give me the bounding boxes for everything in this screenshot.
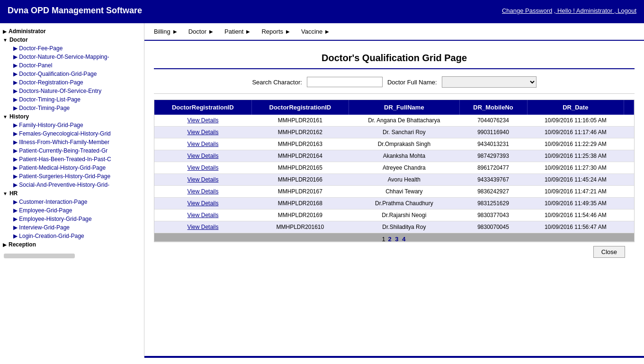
empty-cell — [624, 198, 634, 209]
fullname-cell: Dr.Omprakash Singh — [349, 138, 459, 150]
sidebar-doctor-children: ▶ Doctor-Fee-Page ▶ Doctor-Nature-Of-Ser… — [0, 44, 144, 112]
date-cell: 10/09/2016 11:56:47 AM — [527, 221, 624, 233]
fullname-cell: Dr. Angana De Bhattacharya — [349, 115, 459, 127]
sidebar-item-doctor-nature[interactable]: ▶ Doctor-Nature-Of-Service-Mapping- — [9, 53, 144, 61]
fullname-cell: Dr.Shiladitya Roy — [349, 221, 459, 233]
sidebar-section-doctor[interactable]: ▼ Doctor — [0, 36, 144, 44]
vaccine-arrow: ▶ — [325, 29, 329, 34]
page-title: Doctor's Qualification Grid Page — [154, 46, 635, 69]
empty-cell — [624, 162, 634, 174]
fullname-cell: Dr.Prathma Chaudhury — [349, 198, 459, 209]
sidebar-section-administrator[interactable]: ▶ Administrator — [0, 27, 144, 36]
sidebar-section-reception[interactable]: ▶ Reception — [0, 240, 144, 249]
nav-billing[interactable]: Billing ▶ — [149, 26, 182, 37]
view-details-cell[interactable]: View Details — [154, 115, 251, 127]
sidebar-item-illness-family[interactable]: ▶ Illness-From-Which-Family-Member — [9, 138, 144, 146]
bottom-divider — [144, 356, 644, 358]
col-fullname: DR_FullName — [349, 100, 459, 115]
view-details-cell[interactable]: View Details — [154, 198, 251, 209]
date-cell: 10/09/2016 11:25:38 AM — [527, 150, 624, 162]
doctor-fullname-label: Doctor Full Name: — [387, 79, 437, 86]
sidebar-section-hr[interactable]: ▼ HR — [0, 189, 144, 198]
sidebar-item-patient-surgeries[interactable]: ▶ Patient-Surgeries-History-Grid-Page — [9, 172, 144, 181]
sidebar-item-interview-grid[interactable]: ▶ Interview-Grid-Page — [9, 223, 144, 232]
nav-patient[interactable]: Patient ▶ — [220, 26, 255, 37]
sidebar-item-patient-currently[interactable]: ▶ Patient-Currently-Being-Treated-Gr — [9, 146, 144, 155]
search-charactor-input[interactable] — [307, 77, 383, 87]
fullname-cell: Dr. Sanchari Roy — [349, 127, 459, 138]
sidebar-item-doctor-fee[interactable]: ▶ Doctor-Fee-Page — [9, 44, 144, 53]
search-bar: Search Charactor: Doctor Full Name: — [154, 76, 635, 94]
mobile-cell: 9830070045 — [459, 221, 527, 233]
view-details-link[interactable]: View Details — [188, 188, 219, 195]
table-row: View Details MMHPLDR20165 Atreyee Chandr… — [154, 162, 634, 174]
reports-label: Reports — [261, 28, 283, 35]
mobile-cell: 9836242927 — [459, 186, 527, 198]
view-details-link[interactable]: View Details — [188, 117, 219, 124]
top-header: Dvna OPD Management Software Change Pass… — [0, 0, 644, 21]
reg-id-cell: MMHPLDR20167 — [251, 186, 349, 198]
date-cell: 10/09/2016 11:17:46 AM — [527, 127, 624, 138]
view-details-cell[interactable]: View Details — [154, 186, 251, 198]
sidebar-item-doctor-panel[interactable]: ▶ Doctor-Panel — [9, 61, 144, 70]
billing-label: Billing — [154, 28, 170, 35]
view-details-link[interactable]: View Details — [188, 224, 219, 230]
page-3-link[interactable]: 3 — [395, 236, 398, 242]
sidebar-item-females-gynecological[interactable]: ▶ Females-Gynecological-History-Grid — [9, 129, 144, 138]
sidebar-item-social-preventive[interactable]: ▶ Social-And-Preventive-History-Grid- — [9, 181, 144, 189]
sidebar-item-employee-grid[interactable]: ▶ Employee-Grid-Page — [9, 206, 144, 215]
view-details-link[interactable]: View Details — [188, 153, 219, 159]
main-layout: ▶ Administrator ▼ Doctor ▶ Doctor-Fee-Pa… — [0, 23, 644, 358]
reg-id-cell: MMHPLDR20164 — [251, 150, 349, 162]
sidebar: ▶ Administrator ▼ Doctor ▶ Doctor-Fee-Pa… — [0, 23, 144, 358]
sidebar-item-login-creation[interactable]: ▶ Login-Creation-Grid-Page — [9, 232, 144, 240]
sidebar-item-customer-interaction[interactable]: ▶ Customer-Interaction-Page — [9, 198, 144, 206]
close-button[interactable]: Close — [593, 246, 625, 258]
nav-doctor[interactable]: Doctor ▶ — [184, 26, 218, 37]
change-password-link[interactable]: Change Password — [502, 7, 552, 14]
sidebar-item-doctors-nature[interactable]: ▶ Doctors-Nature-Of-Service-Entry — [9, 87, 144, 95]
fullname-cell: Avoru Health — [349, 174, 459, 186]
nav-vaccine[interactable]: Vaccine ▶ — [296, 26, 334, 37]
sidebar-item-patient-medical[interactable]: ▶ Patient-Medical-History-Grid-Page — [9, 164, 144, 172]
view-details-link[interactable]: View Details — [188, 164, 219, 171]
view-details-cell[interactable]: View Details — [154, 138, 251, 150]
view-details-link[interactable]: View Details — [188, 141, 219, 147]
logout-link[interactable]: Logout — [614, 7, 636, 14]
doctor-fullname-select[interactable] — [442, 76, 537, 88]
hello-admin-link: Hello ! Administrator — [554, 7, 614, 14]
view-details-link[interactable]: View Details — [188, 176, 219, 183]
sidebar-history-children: ▶ Family-History-Grid-Page ▶ Females-Gyn… — [0, 121, 144, 189]
reg-id-cell: MMHPLDR20169 — [251, 209, 349, 221]
table-row: View Details MMHPLDR20166 Avoru Health 9… — [154, 174, 634, 186]
empty-cell — [624, 150, 634, 162]
date-cell: 10/09/2016 11:45:24 AM — [527, 174, 624, 186]
view-details-cell[interactable]: View Details — [154, 209, 251, 221]
sidebar-item-patient-past[interactable]: ▶ Patient-Has-Been-Treated-In-Past-C — [9, 155, 144, 164]
sidebar-history-label: History — [9, 113, 29, 120]
empty-cell — [624, 138, 634, 150]
table-row: View Details MMHPLDR20168 Dr.Prathma Cha… — [154, 198, 634, 209]
reports-arrow: ▶ — [286, 29, 290, 34]
sidebar-item-doctor-timing-list[interactable]: ▶ Doctor-Timing-List-Page — [9, 95, 144, 104]
page-4-link[interactable]: 4 — [402, 236, 405, 242]
sidebar-item-doctor-qual[interactable]: ▶ Doctor-Qualification-Grid-Page — [9, 70, 144, 78]
view-details-cell[interactable]: View Details — [154, 162, 251, 174]
sidebar-item-doctor-reg[interactable]: ▶ Doctor-Registration-Page — [9, 78, 144, 87]
table-body: View Details MMHPLDR20161 Dr. Angana De … — [154, 115, 634, 233]
view-details-link[interactable]: View Details — [188, 212, 219, 218]
view-details-cell[interactable]: View Details — [154, 221, 251, 233]
content-area: Billing ▶ Doctor ▶ Patient ▶ Reports ▶ V… — [144, 23, 644, 358]
view-details-cell[interactable]: View Details — [154, 174, 251, 186]
nav-reports[interactable]: Reports ▶ — [257, 26, 295, 37]
sidebar-section-history[interactable]: ▼ History — [0, 112, 144, 121]
view-details-cell[interactable]: View Details — [154, 127, 251, 138]
view-details-link[interactable]: View Details — [188, 129, 219, 136]
fullname-cell: Atreyee Chandra — [349, 162, 459, 174]
page-2-link[interactable]: 2 — [388, 236, 391, 242]
view-details-cell[interactable]: View Details — [154, 150, 251, 162]
view-details-link[interactable]: View Details — [188, 200, 219, 207]
sidebar-item-family-history[interactable]: ▶ Family-History-Grid-Page — [9, 121, 144, 129]
sidebar-item-doctor-timing[interactable]: ▶ Doctor-Timing-Page — [9, 104, 144, 112]
sidebar-item-employee-history[interactable]: ▶ Employee-History-Grid-Page — [9, 215, 144, 223]
